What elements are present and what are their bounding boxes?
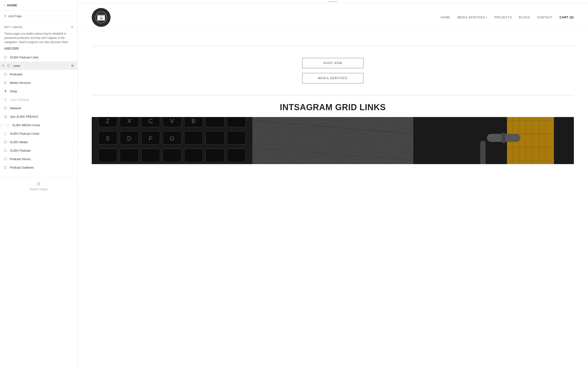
site-nav-blogs[interactable]: BLOGS	[519, 16, 530, 19]
cta-buttons-section: SHOP NOW MEDIA SERVICES	[92, 51, 574, 90]
page-icon: ☐	[7, 64, 11, 68]
page-icon: ☐	[3, 157, 8, 161]
plus-icon: +	[4, 14, 6, 18]
svg-rect-50	[252, 117, 413, 164]
site-nav-contact[interactable]: CONTACT	[537, 16, 553, 19]
svg-rect-26	[163, 148, 182, 162]
not-linked-title: NOT LINKED	[4, 26, 23, 28]
home-indicator-icon: ⌂	[1, 124, 2, 126]
sidebar-item-podcasts[interactable]: ☐ Podcasts ‹	[0, 70, 77, 78]
site-nav-cart[interactable]: CART (0)	[560, 16, 574, 19]
sidebar-back-home[interactable]: ‹ HOME	[0, 0, 77, 11]
page-icon: ☐	[3, 55, 8, 59]
chevron-right-icon: ›	[73, 90, 74, 92]
deleted-pages-section[interactable]: 🗑 Deleted Pages	[0, 176, 77, 196]
website-frame: SM HOME MEDIA SERVICES ▾ PROJECTS BLOGS …	[78, 3, 588, 368]
chevron-right-icon: ›	[73, 124, 74, 126]
settings-gear-icon[interactable]: ⚙	[71, 64, 74, 68]
grid-section-title: INTSAGRAM GRID LINKS	[92, 102, 574, 112]
page-icon: ☐	[3, 148, 8, 153]
nav-item-label: Shop	[10, 90, 71, 93]
sidebar-item-join-sliek-freaks[interactable]: ❏ Join SLIEK FREAKS ‹	[0, 112, 77, 121]
sidebar-item-sliek-media[interactable]: ☐ SLIEK Media ‹	[0, 138, 77, 146]
sidebar-item-sliek-podcast[interactable]: ☐ SLIEK Podcast ‹	[0, 146, 77, 155]
nav-item-label: SLIEK Podcast Links	[10, 55, 74, 59]
microphone-image	[413, 117, 574, 164]
svg-text:X: X	[127, 118, 131, 124]
nav-item-label: SLIEK Media	[10, 140, 71, 144]
svg-text:D: D	[127, 135, 132, 142]
svg-rect-27	[184, 148, 203, 162]
not-linked-description: These pages are public unless they're di…	[4, 32, 73, 44]
dollar-icon: $	[3, 97, 8, 102]
svg-text:Z: Z	[106, 118, 110, 124]
instagram-grid: Z X C V B S D F G	[92, 117, 574, 164]
sidebar-item-podcast-stores[interactable]: ☐ Podcast Stores ‹	[0, 155, 77, 163]
add-page-label: Add Page	[8, 14, 22, 18]
nav-item-label: Media Services	[10, 81, 71, 84]
pages-icon: ❏	[3, 114, 8, 119]
svg-text:SM: SM	[100, 18, 103, 20]
site-nav-media-services[interactable]: MEDIA SERVICES ▾	[457, 16, 487, 19]
nav-item-label: SLIEK Podcast Cover	[10, 132, 71, 135]
svg-text:S: S	[106, 135, 110, 142]
svg-rect-68	[501, 133, 505, 143]
sidebar-item-media-services[interactable]: ☐ Media Services ‹	[0, 78, 77, 87]
texture-image	[252, 117, 413, 164]
sidebar-item-shop[interactable]: $ Shop ›	[0, 87, 77, 95]
top-bar	[78, 0, 588, 3]
learn-more-link[interactable]: Learn more	[4, 46, 18, 50]
nav-item-label: Podcast Stores	[10, 157, 71, 161]
chevron-left-icon: ‹	[73, 149, 74, 152]
svg-rect-23	[98, 148, 117, 162]
svg-rect-52	[480, 141, 485, 164]
nav-item-label: Laser Etching	[10, 98, 71, 101]
main-content-area: SM HOME MEDIA SERVICES ▾ PROJECTS BLOGS …	[78, 0, 588, 368]
shop-now-button[interactable]: SHOP NOW	[302, 58, 363, 68]
sidebar-item-sliek-media-cover[interactable]: ⌂ ⬚ SLIEK MEDIA Cover ›	[0, 121, 77, 129]
top-divider	[92, 46, 574, 46]
nav-item-label: SLIEK Podcast	[10, 149, 71, 152]
chevron-left-icon: ‹	[73, 115, 74, 118]
nav-item-label: Links	[13, 64, 69, 68]
sidebar-item-sliek-podcast-links[interactable]: ☐ SLIEK Podcast Links	[0, 53, 77, 61]
logo-clapboard-icon: SM	[97, 14, 105, 21]
dollar-icon: $	[3, 89, 8, 93]
add-page-button[interactable]: + Add Page	[0, 11, 77, 22]
svg-text:V: V	[170, 118, 174, 124]
nav-item-label: Podcast Galleries	[10, 166, 71, 169]
site-nav-home[interactable]: HOME	[441, 16, 450, 19]
chevron-left-icon: ‹	[73, 81, 74, 84]
delete-icon[interactable]: ✕	[2, 64, 4, 67]
svg-rect-29	[227, 148, 246, 162]
external-page-icon: ⬚	[6, 123, 10, 127]
svg-rect-14	[206, 117, 224, 127]
site-nav-projects[interactable]: PROJECTS	[495, 16, 512, 19]
nav-item-label: Join SLIEK FREAKS	[10, 115, 71, 119]
nav-items-list: ☐ SLIEK Podcast Links ✕ ☐ Links ⚙ ☐ Podc…	[0, 53, 77, 172]
page-icon: ☐	[3, 81, 8, 85]
svg-text:F: F	[149, 135, 153, 142]
chevron-right-icon: ›	[73, 98, 74, 101]
media-services-button[interactable]: MEDIA SERVICES	[302, 73, 363, 83]
chevron-right-icon: ›	[73, 132, 74, 135]
not-linked-add-button[interactable]: +	[71, 25, 73, 29]
sidebar-item-sliek-podcast-cover[interactable]: ⬚ SLIEK Podcast Cover ›	[0, 129, 77, 138]
sidebar-item-laser-etching[interactable]: $ Laser Etching ›	[0, 95, 77, 104]
grid-cell-microphone[interactable]	[413, 117, 574, 164]
svg-rect-20	[184, 131, 203, 145]
svg-text:B: B	[192, 118, 195, 124]
svg-rect-24	[120, 148, 139, 162]
sidebar: ‹ HOME + Add Page NOT LINKED + These pag…	[0, 0, 78, 368]
top-bar-handle	[328, 1, 338, 2]
trash-icon: 🗑	[37, 181, 41, 186]
grid-cell-keyboard[interactable]: Z X C V B S D F G	[92, 117, 252, 164]
grid-cell-texture[interactable]	[252, 117, 413, 164]
site-body: SHOP NOW MEDIA SERVICES INTSAGRAM GRID L…	[78, 32, 588, 174]
chevron-left-icon: ‹	[73, 141, 74, 143]
deleted-pages-label: Deleted Pages	[29, 188, 48, 191]
sidebar-item-podcast-galleries[interactable]: ☐ Podcast Galleries ‹	[0, 163, 77, 172]
sidebar-item-network[interactable]: ☐ Network	[0, 104, 77, 112]
sidebar-item-links[interactable]: ✕ ☐ Links ⚙	[0, 61, 77, 70]
svg-text:G: G	[170, 135, 175, 142]
